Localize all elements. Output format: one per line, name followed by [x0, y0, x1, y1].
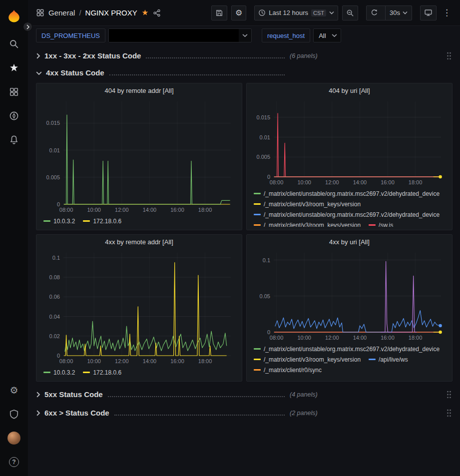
favorite-star-button[interactable]: [141, 9, 149, 16]
legend-item[interactable]: /sw.js: [369, 220, 393, 227]
row-1xx-3xx-2xx-status-code[interactable]: 1xx - 3xx - 2xx Status Code (6 panels): [36, 49, 453, 63]
compass-icon: [9, 111, 19, 121]
legend-series-label[interactable]: /_matrix/client/v3/room_keys/version: [264, 201, 361, 208]
legend-series-label[interactable]: /_matrix/client/v3/room_keys/version: [264, 222, 361, 227]
panel-legend: /_matrix/client/unstable/org.matrix.msc2…: [251, 342, 448, 378]
refresh-interval-dropdown[interactable]: 30s: [385, 6, 412, 20]
chevron-right-icon: [36, 53, 40, 59]
panel-title[interactable]: 404 by remote addr [All]: [40, 85, 238, 97]
main-area: General / NGINX PROXY: [28, 0, 460, 476]
dashboard-header: General / NGINX PROXY: [28, 0, 460, 26]
svg-text:12:00: 12:00: [115, 358, 129, 364]
svg-text:08:00: 08:00: [270, 179, 284, 185]
timeseries-chart[interactable]: 08:0010:0012:0014:0016:0018:0000.050.1: [251, 249, 448, 342]
svg-text:0.005: 0.005: [256, 154, 270, 160]
variable-value-datasource[interactable]: [108, 28, 252, 42]
timeseries-chart[interactable]: 08:0010:0012:0014:0016:0018:0000.0050.01…: [251, 97, 448, 187]
svg-text:0: 0: [267, 174, 270, 180]
share-button[interactable]: [153, 9, 161, 17]
legend-item[interactable]: /_matrix/client/unstable/org.matrix.msc2…: [254, 188, 440, 199]
legend-series-label[interactable]: /api/live/ws: [379, 356, 408, 363]
row-drag-handle[interactable]: [446, 390, 453, 400]
legend-item[interactable]: /_matrix/client/v3/room_keys/version: [254, 199, 361, 209]
svg-text:0: 0: [57, 353, 60, 359]
grafana-logo[interactable]: [2, 5, 26, 27]
legend-item[interactable]: 172.18.0.6: [83, 216, 121, 226]
sidebar-item-dashboards[interactable]: [2, 80, 26, 104]
legend-item[interactable]: /api/live/ws: [369, 354, 408, 365]
svg-text:18:00: 18:00: [198, 207, 212, 213]
legend-item[interactable]: /_matrix/client/v3/room_keys/version: [254, 354, 361, 365]
panel-title[interactable]: 4xx by uri [All]: [251, 237, 448, 249]
sidebar-item-profile[interactable]: [2, 426, 26, 450]
legend-series-label[interactable]: /_matrix/client/unstable/org.matrix.msc2…: [264, 190, 440, 197]
svg-text:0.1: 0.1: [52, 255, 60, 261]
legend-series-label[interactable]: /_matrix/client/r0/sync: [264, 367, 322, 374]
legend-item[interactable]: /_matrix/client/unstable/org.matrix.msc2…: [254, 375, 440, 378]
row-drag-handle[interactable]: [446, 51, 453, 61]
legend-series-swatch: [254, 203, 261, 205]
shield-icon: [9, 409, 19, 419]
svg-text:14:00: 14:00: [353, 179, 367, 185]
legend-series-label[interactable]: 172.18.0.6: [93, 218, 121, 225]
legend-series-label[interactable]: /_matrix/client/unstable/org.matrix.msc2…: [264, 346, 440, 353]
legend-item[interactable]: 10.0.3.2: [43, 216, 75, 226]
tv-mode-button[interactable]: [420, 5, 437, 20]
row-panel-count: (2 panels): [290, 410, 318, 417]
help-glyph: ?: [12, 459, 15, 466]
svg-text:0.06: 0.06: [49, 294, 60, 300]
sidebar-item-alerting[interactable]: [2, 128, 26, 152]
timeseries-chart[interactable]: 08:0010:0012:0014:0016:0018:0000.0050.01…: [40, 97, 238, 214]
sidebar-item-search[interactable]: [2, 32, 26, 56]
sidebar-item-server-admin[interactable]: [2, 402, 26, 426]
row-5xx-status-code[interactable]: 5xx Status Code (4 panels): [36, 388, 453, 402]
legend-series-label[interactable]: 10.0.3.2: [53, 369, 75, 376]
legend-series-label[interactable]: /_matrix/client/unstable/org.matrix.msc2…: [264, 211, 440, 218]
legend-series-label[interactable]: /_matrix/client/unstable/org.matrix.msc2…: [264, 377, 440, 379]
save-dashboard-button[interactable]: [211, 5, 227, 20]
row-title: 6xx > Status Code: [44, 409, 109, 417]
sidebar-item-starred[interactable]: [2, 56, 26, 80]
sidebar-item-explore[interactable]: [2, 104, 26, 128]
timeseries-chart[interactable]: 08:0010:0012:0014:0016:0018:0000.020.040…: [40, 249, 238, 366]
chevron-right-icon: [36, 410, 40, 416]
panel-title[interactable]: 4xx by remote addr [All]: [40, 237, 238, 249]
time-range-picker[interactable]: Last 12 hours CST: [254, 5, 338, 20]
breadcrumb-folder[interactable]: General: [48, 8, 75, 17]
refresh-picker: 30s: [366, 5, 412, 20]
dashboard-settings-button[interactable]: ⚙: [231, 5, 246, 20]
zoom-out-button[interactable]: [342, 5, 358, 20]
row-drag-handle[interactable]: [446, 408, 453, 418]
svg-text:0.005: 0.005: [46, 174, 60, 180]
dashboard-title[interactable]: NGINX PROXY: [85, 8, 137, 17]
svg-text:0.08: 0.08: [49, 274, 60, 280]
panel-legend: 10.0.3.2172.18.0.6: [40, 214, 238, 227]
sidebar-item-help[interactable]: ?: [2, 450, 26, 474]
svg-text:18:00: 18:00: [198, 358, 212, 364]
refresh-button[interactable]: [367, 6, 382, 20]
legend-series-label[interactable]: /sw.js: [379, 222, 393, 227]
legend-series-label[interactable]: 10.0.3.2: [53, 218, 75, 225]
legend-item[interactable]: /_matrix/client/r0/sync: [254, 365, 322, 375]
sidebar-item-configuration[interactable]: ⚙: [2, 378, 26, 402]
legend-item[interactable]: 10.0.3.2: [43, 367, 75, 378]
bell-icon: [9, 135, 19, 145]
variable-label-request-host: request_host: [262, 28, 310, 42]
row-4xx-status-code[interactable]: 4xx Status Code: [36, 66, 453, 80]
header-toolbar: ⚙ Last 12 hours CST: [211, 5, 453, 20]
sidebar-expand-button[interactable]: [23, 22, 32, 31]
legend-item[interactable]: 172.18.0.6: [83, 367, 121, 378]
row-dotted-filler: [114, 415, 285, 416]
legend-item[interactable]: /_matrix/client/unstable/org.matrix.msc2…: [254, 209, 440, 220]
legend-series-label[interactable]: /_matrix/client/v3/room_keys/version: [264, 356, 361, 363]
row-6xx-status-code[interactable]: 6xx > Status Code (2 panels): [36, 406, 453, 420]
legend-item[interactable]: /_matrix/client/unstable/org.matrix.msc2…: [254, 344, 440, 354]
legend-series-label[interactable]: 172.18.0.6: [93, 369, 121, 376]
variable-value-request-host[interactable]: All: [313, 28, 341, 42]
svg-text:0.01: 0.01: [260, 134, 270, 140]
datasource-value-redacted: [109, 29, 239, 42]
legend-item[interactable]: /_matrix/client/v3/room_keys/version: [254, 220, 361, 227]
more-menu-button[interactable]: ⋮: [441, 7, 453, 18]
panel-title[interactable]: 404 by uri [All]: [251, 85, 448, 97]
sidebar-nav: [2, 32, 26, 152]
